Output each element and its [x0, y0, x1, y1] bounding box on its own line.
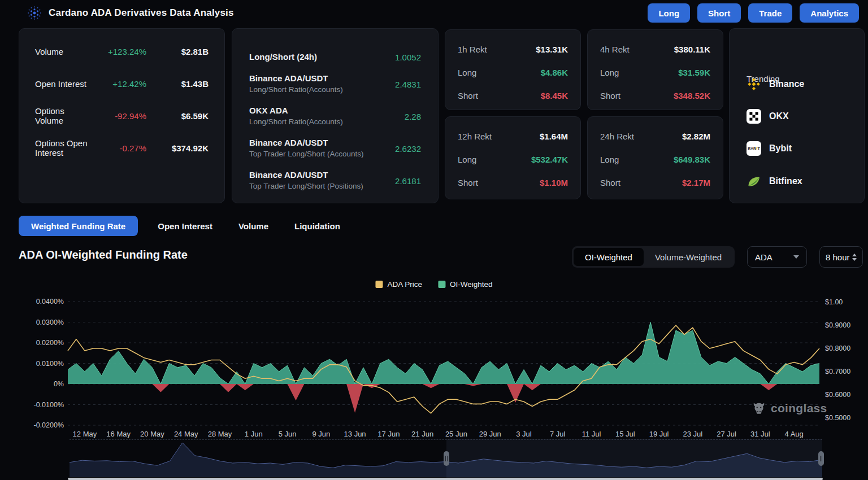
stat-row: Volume+123.24%$2.81B — [35, 45, 209, 58]
stat-value: $6.59K — [161, 111, 209, 121]
long-short-ratio-card: Long/Short (24h)1.0052Binance ADA/USDTLo… — [232, 28, 439, 203]
ratio-title: Binance ADA/USDT — [249, 137, 364, 149]
trending-card: Trending BinanceOKXBYB!TBybitBitfinex — [729, 28, 865, 203]
rekt-short-label: Short — [458, 178, 478, 187]
rekt-long-label: Long — [600, 68, 619, 77]
date-tick-label: 15 Jul — [615, 430, 635, 438]
rekt-period-label: 12h Rekt — [458, 132, 492, 141]
ratio-row: Binance ADA/USDTTop Trader Long/Short (A… — [249, 137, 421, 160]
price-tick-label: $0.8000 — [825, 344, 850, 353]
navigator-handle-left[interactable] — [444, 451, 449, 466]
rekt-period-label: 1h Rekt — [458, 45, 487, 54]
header-button-short[interactable]: Short — [697, 3, 741, 23]
rekt-total-value: $380.11K — [674, 45, 710, 54]
header-actions: LongShortTradeAnalytics — [648, 3, 859, 23]
date-tick-label: 11 Jul — [582, 430, 601, 438]
watermark-text: coinglass — [771, 402, 827, 415]
date-tick-label: 31 Jul — [750, 430, 770, 438]
rekt-card-12h-rekt: 12h Rekt$1.64MLong$532.47KShort$1.10M — [445, 116, 581, 199]
rekt-total-value: $1.64M — [540, 132, 568, 141]
stat-value: $374.92K — [161, 143, 209, 153]
funding-tick-label: -0.0200% — [0, 421, 64, 430]
date-tick-label: 17 Jun — [377, 430, 400, 438]
ratio-row: Binance ADA/USDTLong/Short Ratio(Account… — [249, 72, 421, 96]
legend-item-ada-price: ADA Price — [375, 280, 422, 289]
funding-rate-chart-plot[interactable] — [68, 298, 819, 429]
trending-item-okx[interactable]: OKX — [747, 108, 789, 124]
bybit-icon: BYB!T — [747, 141, 761, 156]
rekt-short-label: Short — [600, 91, 620, 101]
trending-item-binance[interactable]: Binance — [747, 76, 804, 92]
date-tick-label: 9 Jun — [312, 430, 330, 438]
date-tick-label: 20 May — [140, 430, 164, 438]
ratio-title: Binance ADA/USDT — [249, 73, 343, 84]
ratio-subtitle: Top Trader Long/Short (Accounts) — [249, 149, 364, 160]
symbol-select[interactable]: ADA — [747, 246, 807, 268]
horizontal-scrollbar[interactable] — [68, 478, 823, 480]
market-stats-card: Volume+123.24%$2.81BOpen Interest+12.42%… — [19, 28, 225, 203]
long-short-ratio-rows: Long/Short (24h)1.0052Binance ADA/USDTLo… — [232, 29, 438, 203]
ratio-row: Binance ADA/USDTTop Trader Long/Short (P… — [249, 169, 421, 193]
rekt-total-value: $2.82M — [682, 132, 710, 141]
header-button-trade[interactable]: Trade — [748, 3, 792, 23]
ratio-title: Binance ADA/USDT — [249, 169, 363, 181]
stat-row: Options Volume-92.94%$6.59K — [35, 109, 209, 123]
rekt-long-label: Long — [458, 155, 476, 164]
page-title: Cardano ADA Derivatives Data Analysis — [49, 7, 234, 19]
weighting-toggle: OI-WeightedVolume-Weighted — [572, 246, 735, 268]
date-tick-label: 16 May — [106, 430, 131, 438]
trending-item-bybit[interactable]: BYB!TBybit — [747, 141, 792, 156]
date-tick-label: 13 Jun — [344, 430, 366, 438]
rekt-card-24h-rekt: 24h Rekt$2.82MLong$649.83KShort$2.17M — [587, 116, 723, 199]
rekt-long-value: $649.83K — [674, 155, 710, 164]
interval-select[interactable]: 8 hour — [819, 246, 863, 268]
ratio-title: OKX ADA — [249, 105, 343, 116]
ratio-value: 2.28 — [405, 112, 421, 121]
navigator-selection[interactable] — [446, 439, 822, 478]
toggle-oi-weighted[interactable]: OI-Weighted — [574, 248, 644, 266]
funding-tick-label: 0.0400% — [0, 297, 64, 306]
ratio-subtitle: Long/Short Ratio(Accounts) — [249, 84, 343, 95]
rekt-period-label: 4h Rekt — [600, 45, 630, 54]
ratio-row: OKX ADALong/Short Ratio(Accounts)2.28 — [249, 104, 421, 128]
trending-item-bitfinex[interactable]: Bitfinex — [747, 173, 802, 189]
ratio-value: 2.6181 — [395, 176, 421, 186]
stat-value: $1.43B — [161, 79, 209, 89]
date-tick-label: 4 Aug — [785, 430, 804, 438]
stat-label: Volume — [35, 47, 92, 56]
rekt-short-value: $8.45K — [541, 91, 568, 101]
rekt-long-label: Long — [600, 155, 619, 164]
stat-label: Open Interest — [35, 79, 92, 89]
okx-icon — [747, 109, 761, 124]
date-tick-label: 1 Jun — [245, 430, 263, 438]
chart-legend: ADA PriceOI-Weighted — [375, 280, 492, 289]
header-button-analytics[interactable]: Analytics — [800, 3, 859, 23]
toggle-volume-weighted[interactable]: Volume-Weighted — [644, 248, 733, 266]
navigator-handle-right[interactable] — [818, 451, 824, 466]
market-stats-rows: Volume+123.24%$2.81BOpen Interest+12.42%… — [19, 29, 224, 203]
funding-tick-label: 0% — [0, 379, 64, 389]
stat-value: $2.81B — [161, 47, 209, 56]
tab-open-interest[interactable]: Open Interest — [151, 216, 219, 236]
funding-tick-label: 0.0200% — [0, 338, 64, 347]
price-tick-label: $0.7000 — [825, 367, 850, 376]
legend-label: OI-Weighted — [450, 280, 493, 289]
date-tick-label: 3 Jul — [516, 430, 531, 438]
date-tick-label: 24 May — [174, 430, 198, 438]
interval-select-value: 8 hour — [826, 252, 850, 262]
tab-volume[interactable]: Volume — [232, 216, 275, 236]
tab-liquidation[interactable]: Liquidation — [288, 216, 346, 236]
stat-change: -92.94% — [92, 111, 146, 121]
derivatives-dashboard: Cardano ADA Derivatives Data Analysis Lo… — [0, 0, 868, 480]
price-tick-label: $1.00 — [825, 298, 843, 307]
trending-label: Bitfinex — [769, 176, 802, 186]
rekt-total-value: $13.31K — [536, 45, 568, 54]
legend-swatch — [375, 281, 383, 288]
header-button-long[interactable]: Long — [648, 3, 690, 23]
tab-weighted-funding-rate[interactable]: Weighted Funding Rate — [19, 216, 138, 236]
date-tick-label: 25 Jun — [445, 430, 467, 438]
trending-label: Bybit — [769, 143, 792, 154]
date-tick-label: 23 Jul — [683, 430, 702, 438]
symbol-select-value: ADA — [755, 252, 772, 262]
rekt-period-label: 24h Rekt — [600, 132, 634, 141]
